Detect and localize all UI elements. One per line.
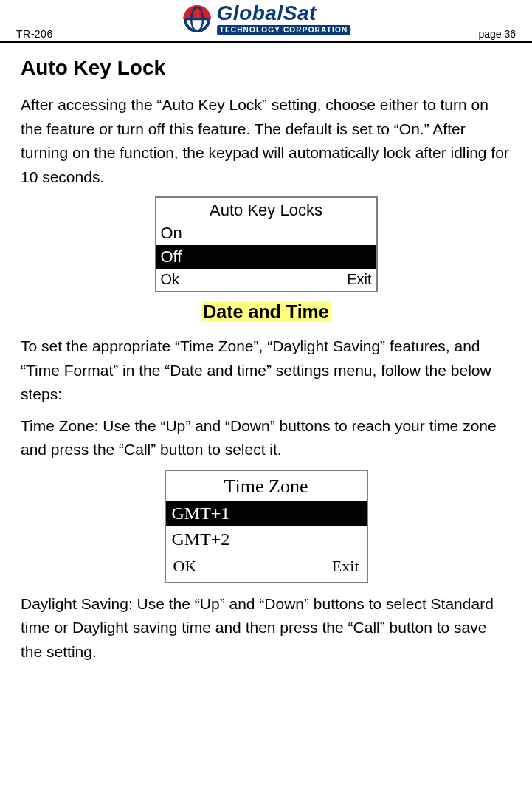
- section-title-auto-key-lock: Auto Key Lock: [21, 56, 511, 80]
- section-title-date-time: Date and Time: [201, 301, 330, 322]
- auto-key-lock-description: After accessing the “Auto Key Lock” sett…: [21, 93, 511, 189]
- globe-logo-icon: [182, 4, 213, 35]
- time-zone-instructions: Time Zone: Use the “Up” and “Down” butto…: [21, 414, 511, 462]
- daylight-saving-instructions: Daylight Saving: Use the “Up” and “Down”…: [21, 592, 511, 665]
- option-gmt2: GMT+2: [166, 526, 367, 552]
- option-off-selected: Off: [156, 245, 376, 269]
- screen-title: Time Zone: [166, 471, 367, 501]
- section-title-date-time-wrap: Date and Time: [21, 301, 511, 323]
- softkey-row: OK Exit: [166, 552, 367, 582]
- softkey-ok: Ok: [161, 271, 180, 288]
- brand-name: GlobalSat: [217, 3, 351, 24]
- option-on: On: [156, 222, 376, 245]
- softkey-exit: Exit: [347, 271, 371, 288]
- phone-screen-auto-key-locks: Auto Key Locks On Off Ok Exit: [155, 196, 378, 292]
- page-number: page 36: [478, 28, 516, 41]
- screen-title: Auto Key Locks: [156, 198, 376, 222]
- date-time-intro: To set the appropriate “Time Zone”, “Day…: [21, 334, 511, 407]
- page-content: Auto Key Lock After accessing the “Auto …: [0, 43, 532, 665]
- phone-screen-time-zone: Time Zone GMT+1 GMT+2 OK Exit: [165, 470, 368, 583]
- softkey-ok: OK: [173, 557, 197, 576]
- page-header: TR-206 GlobalSat TECHNOLOGY CORPORATION …: [0, 0, 532, 43]
- doc-code: TR-206: [16, 28, 53, 41]
- brand-subtitle: TECHNOLOGY CORPORATION: [217, 25, 351, 35]
- softkey-exit: Exit: [332, 557, 359, 576]
- brand-text: GlobalSat TECHNOLOGY CORPORATION: [217, 3, 351, 35]
- brand-logo: GlobalSat TECHNOLOGY CORPORATION: [182, 3, 351, 35]
- softkey-row: Ok Exit: [156, 269, 376, 291]
- option-gmt1-selected: GMT+1: [166, 501, 367, 526]
